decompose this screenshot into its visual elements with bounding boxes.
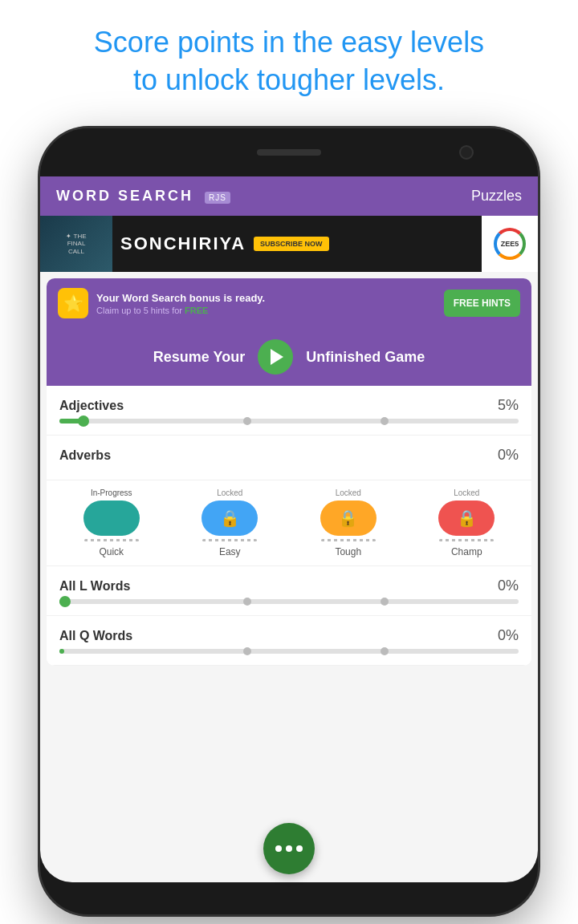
banner-cta[interactable]: SUBSCRIBE NOW (254, 237, 329, 251)
all-q-dot-mid (243, 647, 251, 655)
level-easy[interactable]: Locked 🔒 Easy (173, 488, 287, 557)
tough-dots (321, 539, 376, 541)
banner-ad[interactable]: ✦ THEFINALCALL SONCHIRIYA SUBSCRIBE NOW … (40, 216, 538, 272)
levels-grid: In-Progress Quick Locked 🔒 (55, 488, 523, 557)
adjectives-dot-end (381, 417, 389, 425)
banner-middle: SONCHIRIYA SUBSCRIBE NOW (112, 216, 482, 272)
phone-shell: WORD SEARCH RJS Puzzles ✦ THEFINALCALL S… (40, 128, 538, 914)
app-logo-text: WORD SEARCH (56, 188, 193, 204)
easy-icon: 🔒 (201, 500, 258, 536)
all-l-dot-start (59, 596, 71, 607)
level-champ[interactable]: Locked 🔒 Champ (410, 488, 524, 557)
zee5-text: ZEE5 (501, 240, 519, 248)
banner-movie-left: ✦ THEFINALCALL (40, 216, 112, 272)
bonus-section: ⭐ Your Word Search bonus is ready. Claim… (47, 278, 531, 386)
free-hints-button[interactable]: FREE HINTS (444, 290, 520, 317)
champ-icon: 🔒 (438, 500, 495, 536)
play-triangle-icon (271, 349, 283, 365)
adjectives-dot-start (78, 415, 89, 427)
phone-top-bar (40, 128, 538, 176)
bonus-text: Your Word Search bonus is ready. Claim u… (96, 292, 444, 315)
category-adverbs[interactable]: Adverbs 0% (47, 436, 531, 480)
easy-status: Locked (217, 488, 242, 497)
all-q-words-progress (59, 649, 519, 654)
resume-game-button[interactable]: Resume Your Unfinished Game (47, 328, 531, 386)
play-icon-circle (258, 339, 293, 375)
adverbs-pct: 0% (498, 447, 519, 464)
bonus-banner: ⭐ Your Word Search bonus is ready. Claim… (47, 278, 531, 328)
fab-dot-2 (286, 845, 292, 852)
promo-text: Score points in the easy levels to unloc… (0, 0, 578, 116)
quick-dots (84, 539, 139, 541)
banner-movie-title: ✦ THEFINALCALL (63, 229, 89, 259)
easy-dots (202, 539, 257, 541)
champ-status: Locked (454, 488, 479, 497)
banner-movie-name: SONCHIRIYA (120, 233, 246, 254)
adjectives-label: Adjectives (59, 399, 124, 413)
app-header: WORD SEARCH RJS Puzzles (40, 176, 538, 216)
category-all-q-words[interactable]: All Q Words 0% (47, 616, 531, 666)
bonus-free-text: FREE (185, 306, 208, 315)
bonus-subtitle-before: Claim up to 5 hints for (96, 306, 185, 315)
bonus-title: Your Word Search bonus is ready. (96, 292, 444, 304)
all-l-words-pct: 0% (498, 578, 519, 594)
category-adjectives[interactable]: Adjectives 5% (47, 386, 531, 436)
champ-label: Champ (451, 546, 482, 557)
phone-speaker (257, 149, 321, 156)
resume-text-right: Unfinished Game (306, 349, 425, 366)
fab-dot-3 (296, 845, 303, 852)
fab-dots (275, 845, 303, 852)
adjectives-pct: 5% (498, 397, 519, 414)
promo-line2: to unlock tougher levels. (133, 63, 445, 96)
quick-icon (83, 500, 140, 536)
all-l-dot-mid (243, 598, 251, 606)
champ-lock-icon: 🔒 (457, 509, 477, 528)
all-q-dot-end (381, 647, 389, 655)
zee5-logo: ZEE5 (494, 228, 526, 260)
tough-lock-icon: 🔒 (338, 509, 358, 528)
quick-label: Quick (99, 546, 124, 557)
resume-text-left: Resume Your (153, 349, 245, 366)
adjectives-dot-mid (243, 417, 251, 425)
app-logo: WORD SEARCH RJS (56, 188, 230, 205)
category-all-l-words[interactable]: All L Words 0% (47, 566, 531, 616)
floating-action-button[interactable] (263, 823, 315, 874)
phone-camera (459, 145, 474, 160)
bonus-subtitle: Claim up to 5 hints for FREE (96, 306, 444, 315)
all-l-words-label: All L Words (59, 579, 130, 594)
adverbs-label: Adverbs (59, 448, 111, 463)
level-quick[interactable]: In-Progress Quick (55, 488, 169, 557)
all-l-words-progress (59, 599, 519, 604)
adjectives-progress (59, 419, 519, 424)
nav-puzzles[interactable]: Puzzles (471, 188, 522, 205)
phone-screen: WORD SEARCH RJS Puzzles ✦ THEFINALCALL S… (40, 176, 538, 882)
app-badge: RJS (205, 192, 230, 204)
bonus-icon: ⭐ (58, 288, 88, 318)
quick-status: In-Progress (91, 488, 132, 497)
all-q-fill (59, 649, 64, 654)
categories-container: Adjectives 5% Adverbs 0% (47, 386, 531, 666)
promo-line1: Score points in the easy levels (94, 26, 484, 59)
all-l-dot-end (381, 598, 389, 606)
all-q-words-label: All Q Words (59, 629, 132, 643)
banner-zee5: ZEE5 (482, 216, 538, 272)
levels-section: In-Progress Quick Locked 🔒 (47, 480, 531, 566)
champ-dots (439, 539, 494, 541)
all-q-words-pct: 0% (498, 627, 519, 644)
tough-status: Locked (336, 488, 361, 497)
level-tough[interactable]: Locked 🔒 Tough (291, 488, 405, 557)
fab-dot-1 (275, 845, 282, 852)
easy-lock-icon: 🔒 (220, 509, 240, 528)
easy-label: Easy (219, 546, 241, 557)
tough-label: Tough (335, 546, 361, 557)
tough-icon: 🔒 (320, 500, 377, 536)
